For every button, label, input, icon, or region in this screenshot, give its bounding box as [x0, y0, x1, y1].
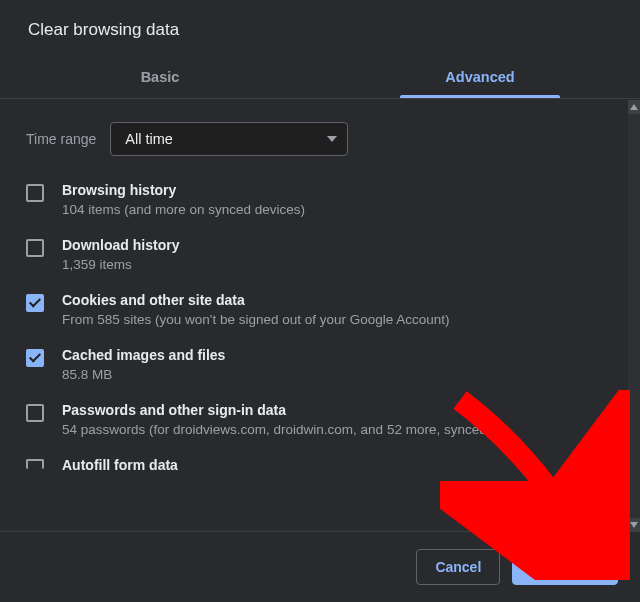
checkbox-cookies[interactable] [26, 294, 44, 312]
row-download-history: Download history 1,359 items [0, 227, 628, 282]
time-range-select[interactable]: All time [110, 122, 348, 156]
scroll-up-icon[interactable] [628, 100, 640, 114]
checkbox-download-history[interactable] [26, 239, 44, 257]
row-title: Download history [62, 237, 179, 253]
tab-advanced[interactable]: Advanced [320, 56, 640, 98]
row-autofill: Autofill form data [0, 447, 628, 473]
row-title: Browsing history [62, 182, 305, 198]
row-subtitle: 104 items (and more on synced devices) [62, 202, 305, 217]
options-list: Browsing history 104 items (and more on … [0, 172, 628, 473]
row-subtitle: 1,359 items [62, 257, 179, 272]
row-subtitle: 54 passwords (for droidviews.com, droidw… [62, 422, 491, 437]
checkbox-autofill[interactable] [26, 459, 44, 469]
row-title: Cookies and other site data [62, 292, 450, 308]
time-range-value: All time [125, 131, 173, 147]
scrollbar[interactable] [628, 100, 640, 532]
tab-basic[interactable]: Basic [0, 56, 320, 98]
time-range-label: Time range [26, 131, 96, 147]
row-title: Autofill form data [62, 457, 178, 473]
time-range-row: Time range All time [0, 100, 628, 166]
cancel-button[interactable]: Cancel [416, 549, 500, 585]
chevron-down-icon [327, 136, 337, 142]
row-title: Passwords and other sign-in data [62, 402, 491, 418]
row-subtitle: 85.8 MB [62, 367, 225, 382]
row-title: Cached images and files [62, 347, 225, 363]
dialog-footer: Cancel Clear data [0, 531, 640, 602]
dialog-title: Clear browsing data [0, 0, 640, 56]
clear-data-button[interactable]: Clear data [512, 549, 618, 585]
checkbox-passwords[interactable] [26, 404, 44, 422]
row-cookies: Cookies and other site data From 585 sit… [0, 282, 628, 337]
dialog-body: Time range All time Browsing history 104… [0, 100, 628, 532]
row-subtitle: From 585 sites (you won't be signed out … [62, 312, 450, 327]
checkbox-browsing-history[interactable] [26, 184, 44, 202]
row-passwords: Passwords and other sign-in data 54 pass… [0, 392, 628, 447]
tabs: Basic Advanced [0, 56, 640, 99]
checkbox-cached[interactable] [26, 349, 44, 367]
row-cached: Cached images and files 85.8 MB [0, 337, 628, 392]
row-browsing-history: Browsing history 104 items (and more on … [0, 172, 628, 227]
clear-browsing-data-dialog: Clear browsing data Basic Advanced Time … [0, 0, 640, 602]
scroll-down-icon[interactable] [628, 518, 640, 532]
